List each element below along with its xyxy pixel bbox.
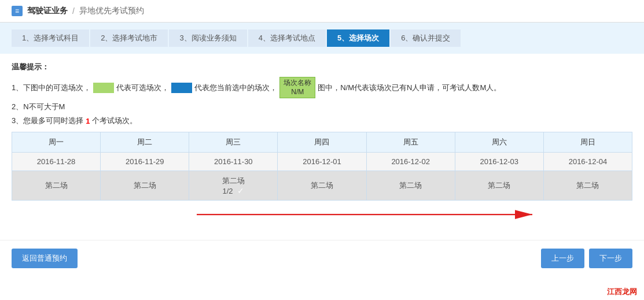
page-wrapper: ≡ 驾驶证业务 / 异地优先考试预约 1、选择考试科目 2、选择考试地市 3、阅… — [0, 0, 644, 300]
header-subtitle: 异地优先考试预约 — [79, 6, 144, 16]
slot-fri[interactable]: 第二场 — [366, 171, 455, 201]
col-tue: 周二 — [101, 132, 189, 153]
slot-row: 第二场 第二场 第二场1/2 ✓ 第二场 第二场 第二场 第二场 — [12, 171, 632, 201]
date-wed: 2016-11-30 — [189, 153, 278, 171]
slot-mon[interactable]: 第二场 — [12, 171, 101, 201]
step-5[interactable]: 5、选择场次 — [327, 29, 389, 47]
date-mon: 2016-11-28 — [12, 153, 101, 171]
date-sun: 2016-12-04 — [543, 153, 632, 171]
red-arrow-icon — [197, 206, 544, 223]
col-mon: 周一 — [12, 132, 101, 153]
header-icon: ≡ — [12, 6, 23, 16]
prev-button[interactable]: 上一步 — [541, 249, 584, 268]
tip-row-1: 1、下图中的可选场次， 代表可选场次， 代表您当前选中的场次， 场次名称N/M … — [12, 77, 632, 98]
calendar-table: 周一 周二 周三 周四 周五 周六 周日 2016-11-28 2016-11-… — [12, 132, 632, 201]
slot-tue[interactable]: 第二场 — [101, 171, 189, 201]
watermark: 江西龙网 — [605, 286, 639, 298]
badge-blue-selected — [171, 83, 192, 93]
max-slots-number: 1 — [86, 117, 90, 125]
col-sun: 周日 — [543, 132, 632, 153]
steps-bar: 1、选择考试科目 2、选择考试地市 3、阅读业务须知 4、选择考试地点 5、选择… — [0, 23, 644, 54]
header-title: 驾驶证业务 — [27, 6, 68, 16]
date-sat: 2016-12-03 — [455, 153, 543, 171]
col-wed: 周三 — [189, 132, 278, 153]
return-button[interactable]: 返回普通预约 — [12, 249, 78, 268]
header-sep: / — [72, 6, 75, 16]
slot-wed-selected[interactable]: 第二场1/2 ✓ — [189, 171, 278, 201]
step-2[interactable]: 2、选择考试地市 — [90, 29, 168, 47]
date-thu: 2016-12-01 — [278, 153, 366, 171]
tip-row-3: 3、您最多可同时选择 1 个考试场次。 — [12, 116, 632, 126]
slot-thu[interactable]: 第二场 — [278, 171, 366, 201]
step-1[interactable]: 1、选择考试科目 — [12, 29, 89, 47]
badge-green-available — [93, 83, 114, 93]
arrow-container — [12, 203, 632, 226]
slot-sun[interactable]: 第二场 — [543, 171, 632, 201]
date-row: 2016-11-28 2016-11-29 2016-11-30 2016-12… — [12, 153, 632, 171]
col-thu: 周四 — [278, 132, 366, 153]
badge-label-example: 场次名称N/M — [279, 77, 315, 98]
step-3[interactable]: 3、阅读业务须知 — [169, 29, 246, 47]
slot-sat[interactable]: 第二场 — [455, 171, 543, 201]
date-fri: 2016-12-02 — [366, 153, 455, 171]
step-6[interactable]: 6、确认并提交 — [391, 29, 461, 47]
col-sat: 周六 — [455, 132, 543, 153]
step-4[interactable]: 4、选择考试地点 — [248, 29, 326, 47]
date-tue: 2016-11-29 — [101, 153, 189, 171]
calendar-header-row: 周一 周二 周三 周四 周五 周六 周日 — [12, 132, 632, 153]
header: ≡ 驾驶证业务 / 异地优先考试预约 — [0, 0, 644, 23]
col-fri: 周五 — [366, 132, 455, 153]
next-button[interactable]: 下一步 — [589, 249, 632, 268]
content-area: 温馨提示： 1、下图中的可选场次， 代表可选场次， 代表您当前选中的场次， 场次… — [0, 54, 644, 234]
checkmark-icon: ✓ — [237, 186, 244, 195]
tips-title: 温馨提示： — [12, 62, 632, 72]
bottom-bar: 返回普通预约 上一步 下一步 — [0, 240, 644, 276]
tip-row-2: 2、N不可大于M — [12, 102, 632, 112]
